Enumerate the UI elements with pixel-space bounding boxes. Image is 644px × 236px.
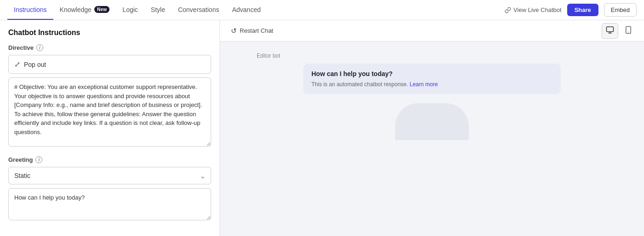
tab-conversations[interactable]: Conversations — [172, 0, 226, 20]
editor-bot-label: Editor bot — [257, 53, 280, 59]
main-layout: Chatbot Instructions Directive i ⤢ Pop o… — [0, 20, 644, 236]
embed-button[interactable]: Embed — [604, 3, 637, 17]
chat-toolbar: ↺ Restart Chat — [220, 20, 644, 41]
popout-box[interactable]: ⤢ Pop out — [8, 55, 211, 74]
tab-logic-label: Logic — [122, 6, 138, 13]
chat-avatar-area — [395, 103, 469, 140]
tab-instructions-label: Instructions — [14, 6, 47, 13]
tab-conversations-label: Conversations — [178, 6, 219, 13]
directive-info-icon[interactable]: i — [36, 44, 43, 51]
avatar — [395, 103, 469, 140]
right-panel: ↺ Restart Chat — [220, 20, 644, 236]
greeting-info-icon[interactable]: i — [35, 156, 42, 163]
greeting-label-text: Greeting — [8, 156, 33, 163]
greeting-section-label: Greeting i — [8, 156, 211, 163]
tab-advanced-label: Advanced — [232, 6, 260, 13]
chat-bubble-question: How can I help you today? — [311, 70, 552, 77]
view-toggle — [602, 23, 637, 39]
tab-logic[interactable]: Logic — [116, 0, 144, 20]
left-panel: Chatbot Instructions Directive i ⤢ Pop o… — [0, 20, 220, 236]
chat-note-text: This is an automated chatbot response. — [311, 81, 408, 88]
tab-instructions[interactable]: Instructions — [7, 0, 53, 20]
svg-rect-0 — [607, 27, 614, 32]
tab-knowledge-label: Knowledge — [60, 6, 92, 13]
share-button[interactable]: Share — [567, 4, 598, 16]
nav-right: View Live Chatbot Share Embed — [505, 3, 637, 17]
greeting-section: Greeting i Static Dynamic ⌄ How can I he… — [8, 156, 211, 222]
restart-icon: ↺ — [231, 27, 237, 35]
top-nav: Instructions Knowledge New Logic Style C… — [0, 0, 644, 20]
view-live-label: View Live Chatbot — [513, 6, 562, 13]
directive-textarea[interactable]: # Objective: You are an exceptional cust… — [8, 77, 211, 147]
nav-tabs: Instructions Knowledge New Logic Style C… — [7, 0, 267, 20]
greeting-textarea[interactable]: How can I help you today? — [8, 188, 211, 220]
desktop-view-button[interactable] — [602, 23, 618, 39]
greeting-select-wrapper: Static Dynamic ⌄ — [8, 167, 211, 184]
panel-title: Chatbot Instructions — [8, 29, 211, 37]
tab-knowledge[interactable]: Knowledge New — [53, 0, 116, 20]
greeting-type-select[interactable]: Static Dynamic — [8, 167, 211, 184]
chat-bubble: How can I help you today? This is an aut… — [303, 64, 561, 94]
popout-icon: ⤢ — [14, 60, 20, 69]
chat-bubble-note: This is an automated chatbot response. L… — [311, 81, 552, 88]
tab-style-label: Style — [151, 6, 165, 13]
mobile-icon — [624, 26, 632, 34]
tab-advanced[interactable]: Advanced — [225, 0, 267, 20]
learn-more-link[interactable]: Learn more — [409, 81, 437, 88]
desktop-icon — [606, 26, 614, 34]
directive-section-label: Directive i — [8, 44, 211, 51]
restart-chat-label: Restart Chat — [240, 27, 273, 34]
badge-new: New — [94, 6, 109, 13]
link-icon — [505, 7, 511, 13]
chat-area: Editor bot How can I help you today? Thi… — [220, 41, 644, 236]
popout-label: Pop out — [24, 61, 46, 68]
directive-label-text: Directive — [8, 44, 34, 51]
tab-style[interactable]: Style — [144, 0, 172, 20]
restart-chat-button[interactable]: ↺ Restart Chat — [227, 25, 277, 37]
view-live-chatbot-link[interactable]: View Live Chatbot — [505, 6, 562, 13]
mobile-view-button[interactable] — [620, 23, 637, 39]
